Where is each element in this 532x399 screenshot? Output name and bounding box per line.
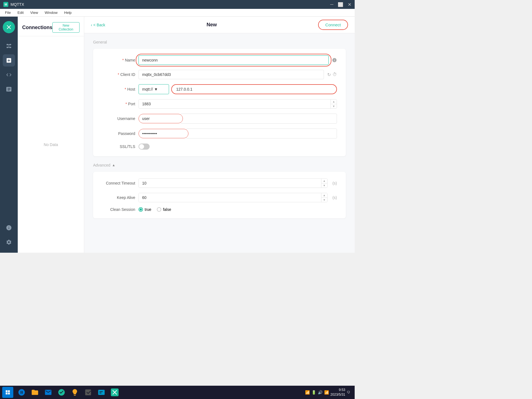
- page-title: New: [206, 22, 217, 28]
- name-input-wrapper: [139, 55, 329, 65]
- app-layout: Connections New Collection No Data ‹ < B…: [0, 17, 355, 253]
- clean-session-false-option[interactable]: false: [157, 207, 171, 212]
- port-up-icon[interactable]: ▲: [331, 99, 337, 104]
- ssl-toggle-knob: [139, 144, 144, 149]
- minimize-icon[interactable]: ─: [330, 2, 333, 7]
- menu-bar: File Edit View Window Help: [0, 9, 355, 17]
- sidebar-item-log[interactable]: [3, 83, 15, 95]
- sidebar-item-about[interactable]: [3, 222, 15, 234]
- host-label: *Host: [102, 87, 135, 91]
- connections-title: Connections: [22, 25, 52, 30]
- port-required-star: *: [126, 102, 127, 106]
- name-label: *Name: [102, 58, 135, 62]
- connections-panel: Connections New Collection No Data: [18, 17, 84, 253]
- keep-alive-up-icon[interactable]: ▲: [321, 193, 327, 198]
- username-input[interactable]: [139, 114, 183, 123]
- host-input[interactable]: [171, 84, 337, 94]
- client-id-input[interactable]: [139, 70, 324, 79]
- sidebar-item-script[interactable]: [3, 69, 15, 81]
- connect-timeout-unit: (s): [332, 181, 337, 185]
- port-input[interactable]: [139, 99, 331, 108]
- port-input-group: ▲ ▼: [139, 99, 337, 109]
- app-logo-icon: M: [3, 2, 8, 7]
- script-icon: [6, 72, 12, 78]
- back-button[interactable]: ‹ < Back: [91, 23, 105, 27]
- mqttx-logo-icon: [5, 24, 12, 31]
- main-content: ‹ < Back New Connect General *Name: [84, 17, 355, 253]
- title-bar: M MQTTX ─ ⬜ ✕: [0, 0, 355, 9]
- window-controls: ─ ⬜ ✕: [330, 2, 351, 7]
- client-id-required-star: *: [118, 72, 119, 77]
- connect-timeout-input-group: ▲ ▼: [139, 178, 328, 188]
- client-id-field-row: *Client ID ↻ ⏱: [102, 70, 337, 79]
- maximize-icon[interactable]: ⬜: [338, 2, 343, 7]
- main-topbar: ‹ < Back New Connect: [84, 17, 355, 33]
- connect-button[interactable]: Connect: [318, 20, 348, 30]
- password-input[interactable]: [139, 129, 188, 138]
- keep-alive-input[interactable]: [139, 193, 321, 202]
- clean-session-true-option[interactable]: true: [139, 207, 151, 212]
- keep-alive-input-group: ▲ ▼: [139, 193, 328, 202]
- port-label: *Port: [102, 102, 135, 106]
- host-input-group: mqtt:// ▼: [139, 84, 337, 94]
- protocol-value: mqtt://: [142, 87, 153, 91]
- advanced-arrow-icon: ▲: [112, 163, 115, 167]
- clean-session-label: Clean Session: [102, 207, 135, 212]
- clean-session-true-radio[interactable]: [139, 207, 143, 212]
- svg-rect-1: [9, 44, 11, 45]
- client-id-clock-icon[interactable]: ⏱: [332, 72, 337, 77]
- ssl-field-row: SSL/TLS: [102, 144, 337, 150]
- connections-header: Connections New Collection: [18, 17, 84, 36]
- client-id-icons: ↻ ⏱: [327, 72, 337, 77]
- menu-help[interactable]: Help: [62, 10, 75, 15]
- sidebar-item-add[interactable]: [3, 54, 15, 66]
- log-icon: [6, 86, 12, 92]
- general-form-card: *Name *Client ID: [93, 49, 346, 156]
- back-label: < Back: [93, 23, 105, 27]
- advanced-form-card: Connect Timeout ▲ ▼ (s) Keep Alive: [93, 172, 346, 218]
- connect-timeout-row: Connect Timeout ▲ ▼ (s): [102, 178, 337, 188]
- clean-session-false-radio[interactable]: [157, 207, 161, 212]
- protocol-dropdown-icon: ▼: [154, 87, 158, 91]
- connect-timeout-label: Connect Timeout: [102, 181, 135, 185]
- name-info-icon[interactable]: [332, 58, 337, 63]
- client-id-refresh-icon[interactable]: ↻: [327, 72, 331, 77]
- name-input[interactable]: [139, 55, 329, 65]
- menu-file[interactable]: File: [2, 10, 14, 15]
- protocol-select[interactable]: mqtt:// ▼: [139, 84, 169, 94]
- ssl-toggle[interactable]: [139, 144, 150, 150]
- port-field-row: *Port ▲ ▼: [102, 99, 337, 109]
- close-icon[interactable]: ✕: [348, 2, 351, 7]
- host-field-row: *Host mqtt:// ▼: [102, 84, 337, 94]
- settings-icon: [6, 239, 12, 245]
- back-arrow-icon: ‹: [91, 23, 92, 27]
- ssl-toggle-track[interactable]: [139, 144, 150, 150]
- clean-session-radio-group: true false: [139, 207, 171, 212]
- clean-session-true-label: true: [145, 207, 151, 212]
- general-section-title: General: [93, 40, 346, 44]
- info-icon: [6, 225, 12, 231]
- port-down-icon[interactable]: ▼: [331, 104, 337, 109]
- keep-alive-unit: (s): [332, 195, 337, 200]
- form-area: General *Name: [84, 33, 355, 253]
- advanced-section-title: Advanced: [93, 163, 110, 167]
- new-collection-button[interactable]: New Collection: [52, 22, 80, 33]
- menu-window[interactable]: Window: [42, 10, 60, 15]
- sidebar-item-settings[interactable]: [3, 236, 15, 248]
- connect-timeout-input[interactable]: [139, 179, 321, 188]
- connect-timeout-down-icon[interactable]: ▼: [321, 183, 327, 188]
- keep-alive-down-icon[interactable]: ▼: [321, 198, 327, 202]
- svg-rect-3: [9, 47, 11, 48]
- sidebar-logo[interactable]: [3, 21, 15, 33]
- app-title: MQTTX: [11, 2, 24, 7]
- clean-session-false-label: false: [163, 207, 171, 212]
- ssl-label: SSL/TLS: [102, 144, 135, 149]
- connect-timeout-spinners: ▲ ▼: [321, 179, 327, 188]
- advanced-section-header[interactable]: Advanced ▲: [93, 163, 346, 167]
- keep-alive-row: Keep Alive ▲ ▼ (s): [102, 193, 337, 202]
- menu-edit[interactable]: Edit: [15, 10, 26, 15]
- sidebar-item-connections[interactable]: [3, 40, 15, 52]
- connect-timeout-up-icon[interactable]: ▲: [321, 179, 327, 183]
- menu-view[interactable]: View: [27, 10, 41, 15]
- name-field-row: *Name: [102, 55, 337, 65]
